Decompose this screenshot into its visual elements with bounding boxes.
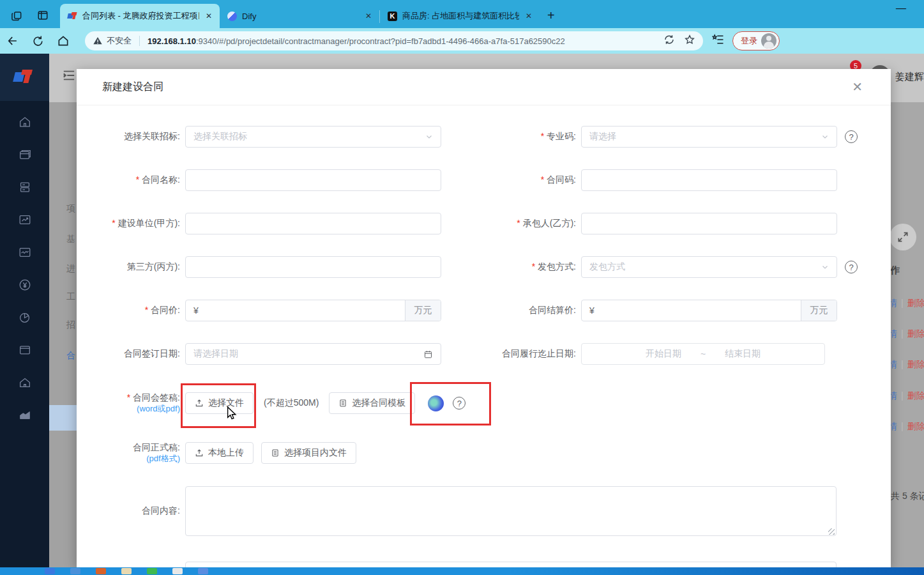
contract-price-input[interactable]: ¥ 万元 xyxy=(185,300,441,321)
delete-link[interactable]: 删除 xyxy=(907,298,924,308)
tab-dify[interactable]: Dify ✕ xyxy=(220,4,379,28)
sidebar-item-reports[interactable] xyxy=(17,310,33,325)
duration-range-picker[interactable]: 开始日期 ~ 结束日期 xyxy=(581,343,825,365)
taskbar-app-icon[interactable] xyxy=(70,568,80,574)
menu-active-highlight xyxy=(49,405,77,431)
range-tilde: ~ xyxy=(701,349,706,359)
document-icon xyxy=(338,399,347,408)
tab-actions-icon[interactable] xyxy=(37,10,49,21)
third-party-input[interactable] xyxy=(185,256,441,278)
contract-code-input[interactable] xyxy=(581,169,837,191)
modal-close-icon[interactable]: ✕ xyxy=(852,79,863,95)
delete-link[interactable]: 删除 xyxy=(907,359,924,369)
draft-format-hint: (word或pdf) xyxy=(77,404,180,414)
menu-item-partial-active[interactable]: 合 xyxy=(66,350,75,362)
login-button[interactable]: 登录 xyxy=(732,31,780,50)
tab-contract-list[interactable]: 合同列表 - 龙腾政府投资工程项目 ✕ xyxy=(60,4,220,28)
duration-label: 合同履行迄止日期: xyxy=(473,348,581,360)
tab-shangpinfang[interactable]: K 商品房: 占地面积与建筑面积比较 ✕ xyxy=(380,4,540,28)
link-divider: | xyxy=(901,298,904,308)
sidebar-item-records[interactable] xyxy=(17,180,33,194)
taskbar-app-icon[interactable] xyxy=(147,568,157,574)
major-code-help-icon[interactable]: ? xyxy=(845,130,858,143)
workspaces-icon[interactable] xyxy=(10,9,23,22)
mouse-cursor xyxy=(226,406,238,420)
favorites-bar-icon[interactable] xyxy=(712,33,725,49)
major-code-select[interactable]: 请选择 xyxy=(581,126,837,148)
security-chip[interactable]: 不安全 xyxy=(93,35,132,47)
lt-favicon xyxy=(68,12,77,21)
award-method-select[interactable]: 发包方式 xyxy=(581,256,837,278)
delete-link[interactable]: 删除 xyxy=(907,421,924,431)
browser-window-icon xyxy=(18,343,32,357)
contract-name-input[interactable] xyxy=(185,169,441,191)
server-icon xyxy=(18,180,32,194)
choose-project-file-button[interactable]: 选择项目内文件 xyxy=(261,442,356,464)
related-bid-select[interactable]: 选择关联招标 xyxy=(185,126,441,148)
home-icon xyxy=(18,115,32,129)
start-date-placeholder: 开始日期 xyxy=(646,348,681,360)
tab-close-icon[interactable]: ✕ xyxy=(204,12,213,20)
menu-item-partial[interactable]: 基 xyxy=(66,234,75,245)
local-upload-button[interactable]: 本地上传 xyxy=(185,442,254,464)
party-b-label: 承包人(乙方): xyxy=(473,218,581,229)
settle-price-input[interactable]: ¥ 万元 xyxy=(581,300,837,321)
menu-item-partial[interactable]: 项 xyxy=(66,203,75,215)
pagination-total: 共 5 条记 xyxy=(891,491,924,502)
award-method-help-icon[interactable]: ? xyxy=(845,261,858,273)
sign-date-picker[interactable]: 请选择日期 xyxy=(185,343,441,365)
file-size-note: (不超过500M) xyxy=(264,397,319,409)
favorite-star-icon[interactable] xyxy=(684,34,695,48)
choose-template-button[interactable]: 选择合同模板 xyxy=(329,392,415,414)
choose-file-button[interactable]: 选择文件 xyxy=(185,392,254,414)
minimize-button[interactable]: — xyxy=(896,3,906,14)
link-divider: | xyxy=(901,390,904,401)
party-b-input[interactable] xyxy=(581,213,837,234)
settle-price-label: 合同结算价: xyxy=(473,305,581,316)
taskbar-app-icon[interactable] xyxy=(121,568,132,574)
delete-link[interactable]: 删除 xyxy=(907,390,924,401)
home-button[interactable] xyxy=(50,34,76,47)
draft-help-icon[interactable]: ? xyxy=(453,397,466,410)
new-tab-button[interactable]: + xyxy=(540,8,563,28)
os-taskbar[interactable] xyxy=(0,567,924,575)
fullscreen-toggle[interactable] xyxy=(890,224,916,250)
sidebar-item-site[interactable] xyxy=(17,376,33,390)
tab-close-icon[interactable]: ✕ xyxy=(524,12,533,20)
ai-orb-icon[interactable] xyxy=(428,395,444,411)
browser-toolbar: 不安全 192.168.1.10:9340/#/pd/projectdetail… xyxy=(0,28,924,54)
sidebar-item-statistics[interactable] xyxy=(17,408,33,422)
sidebar-item-projects[interactable] xyxy=(17,148,33,162)
content-textarea[interactable] xyxy=(185,486,837,536)
area-chart-icon xyxy=(18,408,32,422)
chevron-down-icon xyxy=(821,133,829,141)
sidebar-collapse-icon[interactable] xyxy=(62,69,76,84)
calendar-icon xyxy=(423,349,433,359)
app-sidebar xyxy=(0,54,49,567)
highlighted-choose-file: 选择文件 xyxy=(185,392,254,414)
menu-item-partial[interactable]: 进 xyxy=(66,263,75,275)
sidebar-item-documents[interactable] xyxy=(17,343,33,357)
party-a-input[interactable] xyxy=(185,213,441,234)
button-label: 选择项目内文件 xyxy=(284,447,347,459)
menu-item-partial[interactable]: 工 xyxy=(66,291,75,303)
delete-link[interactable]: 删除 xyxy=(907,328,924,339)
contract-price-label: 合同价: xyxy=(77,305,185,316)
taskbar-app-icon[interactable] xyxy=(198,568,208,574)
tab-close-icon[interactable]: ✕ xyxy=(364,12,373,20)
sidebar-item-analytics[interactable] xyxy=(17,245,33,259)
taskbar-app-icon[interactable] xyxy=(96,568,106,574)
sidebar-item-progress[interactable] xyxy=(17,213,33,227)
remark-textarea[interactable] xyxy=(185,562,837,567)
reload-button[interactable] xyxy=(26,35,50,47)
taskbar-app-icon[interactable] xyxy=(45,568,55,574)
address-bar[interactable]: 不安全 192.168.1.10:9340/#/pd/projectdetail… xyxy=(85,31,703,50)
sidebar-item-finance[interactable] xyxy=(17,278,33,292)
menu-item-partial[interactable]: 招 xyxy=(66,319,75,331)
taskbar-app-icon[interactable] xyxy=(172,568,183,574)
app-logo-box[interactable] xyxy=(0,54,49,101)
refresh-alt-icon[interactable] xyxy=(663,34,675,48)
sidebar-item-home[interactable] xyxy=(17,115,33,129)
unit-suffix: 万元 xyxy=(405,300,441,321)
back-button[interactable] xyxy=(0,34,26,47)
